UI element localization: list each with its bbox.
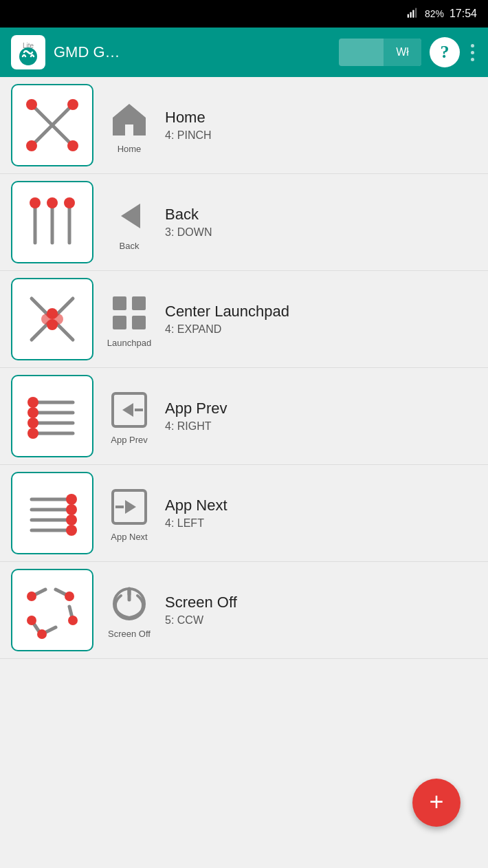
action-name: App Prev	[165, 400, 477, 417]
gesture-icon-appnext	[11, 472, 93, 554]
list-item[interactable]: Launchpad Center Launchpad 4: EXPAND	[0, 271, 488, 368]
svg-point-59	[37, 629, 47, 639]
svg-line-22	[56, 323, 73, 340]
svg-point-36	[27, 407, 38, 418]
app-logo: Lite	[11, 35, 45, 69]
action-name: Back	[165, 206, 477, 224]
menu-dot	[471, 58, 474, 61]
status-bar: 82% 17:54	[0, 0, 488, 28]
svg-point-47	[66, 514, 77, 525]
action-icon-launchpad: Launchpad	[102, 291, 157, 348]
action-info-launchpad: Center Launchpad 4: EXPAND	[165, 303, 477, 336]
svg-point-11	[26, 140, 37, 151]
list-item[interactable]: App Prev App Prev 4: RIGHT	[0, 368, 488, 465]
action-name: App Next	[165, 497, 477, 514]
svg-rect-2	[412, 10, 414, 17]
app-title: GMD G…	[54, 43, 331, 61]
svg-point-38	[27, 428, 38, 439]
action-label-appnext: App Next	[111, 532, 147, 542]
action-info-appprev: App Prev 4: RIGHT	[165, 400, 477, 433]
toggle-on-label[interactable]: Wł	[384, 39, 421, 66]
battery-percentage: 82%	[425, 8, 444, 19]
gesture-list: Home Home 4: PINCH Back Ba	[0, 77, 488, 659]
gesture-icon-launchpad	[11, 278, 93, 360]
action-shortcut: 4: LEFT	[165, 517, 477, 530]
action-label-screenoff: Screen Off	[108, 629, 151, 639]
help-button[interactable]: ?	[430, 37, 460, 67]
action-name: Screen Off	[165, 594, 477, 611]
menu-dot	[471, 44, 474, 47]
svg-rect-0	[408, 14, 409, 17]
svg-point-9	[26, 99, 37, 110]
svg-line-20	[56, 299, 73, 316]
svg-line-21	[32, 323, 49, 340]
action-shortcut: 4: RIGHT	[165, 420, 477, 433]
svg-point-58	[68, 616, 78, 625]
svg-point-57	[65, 592, 74, 601]
svg-point-35	[27, 397, 38, 408]
gesture-icon-screenoff	[11, 569, 93, 651]
svg-rect-1	[410, 12, 411, 17]
list-item[interactable]: Home Home 4: PINCH	[0, 77, 488, 174]
svg-point-12	[67, 140, 78, 151]
action-icon-appnext: App Next	[102, 485, 157, 542]
action-info-appnext: App Next 4: LEFT	[165, 497, 477, 530]
action-label-launchpad: Launchpad	[107, 338, 151, 348]
svg-point-60	[27, 616, 36, 625]
svg-point-56	[27, 592, 36, 601]
gesture-icon-home	[11, 84, 93, 166]
svg-point-26	[52, 314, 63, 325]
list-item[interactable]: Back Back 3: DOWN	[0, 174, 488, 271]
svg-point-37	[27, 417, 38, 428]
action-label-appprev: App Prev	[111, 435, 147, 445]
signal-icon	[407, 7, 419, 21]
overflow-menu-button[interactable]	[468, 41, 477, 64]
app-bar: Lite GMD G… Wł ?	[0, 28, 488, 77]
action-shortcut: 4: EXPAND	[165, 323, 477, 336]
svg-point-18	[64, 197, 75, 208]
action-shortcut: 3: DOWN	[165, 226, 477, 239]
status-time: 17:54	[450, 8, 477, 20]
action-label-back: Back	[120, 241, 140, 251]
toggle-switch[interactable]: Wł	[339, 39, 421, 66]
gesture-icon-back	[11, 181, 93, 263]
menu-dot	[471, 51, 474, 54]
action-icon-screenoff: Screen Off	[102, 582, 157, 639]
action-info-home: Home 4: PINCH	[165, 109, 477, 142]
action-icon-appprev: App Prev	[102, 388, 157, 445]
svg-rect-3	[415, 8, 417, 17]
action-icon-back: Back	[102, 194, 157, 251]
svg-point-25	[41, 314, 52, 325]
action-info-back: Back 3: DOWN	[165, 206, 477, 239]
action-icon-home: Home	[102, 97, 157, 154]
svg-point-46	[66, 504, 77, 515]
list-item[interactable]: Screen Off Screen Off 5: CCW	[0, 562, 488, 659]
action-label-home: Home	[118, 144, 142, 154]
action-info-screenoff: Screen Off 5: CCW	[165, 594, 477, 627]
svg-rect-30	[132, 316, 146, 329]
action-shortcut: 5: CCW	[165, 614, 477, 627]
svg-point-10	[67, 99, 78, 110]
svg-point-48	[66, 525, 77, 536]
svg-point-17	[47, 197, 58, 208]
svg-rect-29	[113, 316, 126, 329]
add-gesture-fab[interactable]: +	[412, 779, 461, 827]
list-item[interactable]: App Next App Next 4: LEFT	[0, 465, 488, 562]
action-name: Center Launchpad	[165, 303, 477, 321]
svg-point-16	[30, 197, 41, 208]
action-name: Home	[165, 109, 477, 127]
gesture-icon-appprev	[11, 375, 93, 457]
svg-rect-28	[132, 296, 146, 310]
svg-line-19	[32, 299, 49, 316]
svg-rect-27	[113, 296, 126, 310]
svg-point-45	[66, 494, 77, 505]
action-shortcut: 4: PINCH	[165, 129, 477, 142]
